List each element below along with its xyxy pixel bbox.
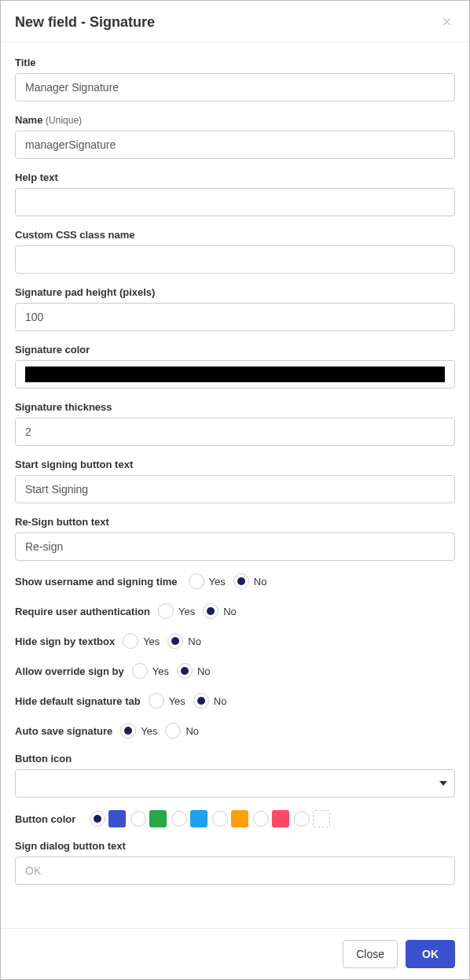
radio-icon <box>158 603 174 619</box>
hide-default-tab-row: Hide default signature tab Yes No <box>15 693 455 709</box>
color-swatch-white <box>313 810 330 827</box>
radio-icon <box>193 693 209 709</box>
help-text-input[interactable] <box>15 188 455 216</box>
color-swatch-red <box>272 810 289 827</box>
require-auth-label: Require user authentication <box>15 606 150 617</box>
help-text-label: Help text <box>15 171 455 183</box>
dialog-btn-input[interactable] <box>15 857 455 885</box>
radio-icon <box>165 723 181 739</box>
button-color-green[interactable] <box>130 810 167 827</box>
require-auth-row: Require user authentication Yes No <box>15 603 455 619</box>
ok-button[interactable]: OK <box>406 940 455 968</box>
title-label: Title <box>15 57 455 68</box>
radio-icon <box>294 811 310 827</box>
button-icon-label: Button icon <box>15 753 455 764</box>
sig-color-label: Signature color <box>15 344 455 356</box>
allow-override-label: Allow override sign by <box>15 665 124 677</box>
new-field-dialog: New field - Signature × Title Name (Uniq… <box>0 0 470 980</box>
dialog-body: Title Name (Unique) Help text Custom CSS… <box>1 42 469 928</box>
button-icon-select[interactable] <box>15 769 455 798</box>
pad-height-label: Signature pad height (pixels) <box>15 286 455 298</box>
radio-icon <box>171 811 187 827</box>
radio-icon <box>203 603 218 619</box>
start-btn-input[interactable] <box>15 475 455 503</box>
hide-default-tab-yes[interactable]: Yes <box>149 693 185 709</box>
button-color-row: Button color <box>15 810 455 827</box>
hide-default-tab-no[interactable]: No <box>193 693 227 709</box>
sig-thickness-label: Signature thickness <box>15 401 455 413</box>
dialog-btn-label: Sign dialog button text <box>15 840 455 852</box>
button-color-default[interactable] <box>90 810 126 827</box>
resign-btn-label: Re-Sign button text <box>15 516 455 528</box>
show-user-no[interactable]: No <box>233 573 267 589</box>
css-class-input[interactable] <box>15 245 455 274</box>
radio-icon <box>167 633 183 649</box>
dialog-header: New field - Signature × <box>1 1 469 42</box>
allow-override-row: Allow override sign by Yes No <box>15 663 455 679</box>
radio-icon <box>177 663 193 679</box>
radio-icon <box>253 811 269 827</box>
color-swatch-default <box>108 810 126 827</box>
hide-signby-no[interactable]: No <box>167 633 201 649</box>
auto-save-row: Auto save signature Yes No <box>15 723 455 739</box>
resign-btn-input[interactable] <box>15 532 455 561</box>
button-color-label: Button color <box>15 813 75 825</box>
require-auth-no[interactable]: No <box>203 603 237 619</box>
allow-override-no[interactable]: No <box>177 663 211 679</box>
button-color-orange[interactable] <box>212 810 248 827</box>
show-user-label: Show username and signing time <box>15 576 178 588</box>
button-color-white[interactable] <box>294 810 330 827</box>
show-user-yes[interactable]: Yes <box>189 573 226 589</box>
close-button[interactable]: Close <box>343 940 398 968</box>
radio-icon <box>212 811 228 827</box>
hide-signby-yes[interactable]: Yes <box>123 633 160 649</box>
auto-save-label: Auto save signature <box>15 725 112 737</box>
hide-default-tab-label: Hide default signature tab <box>15 695 141 707</box>
sig-color-swatch[interactable] <box>25 367 445 382</box>
dialog-footer: Close OK <box>1 928 469 979</box>
allow-override-yes[interactable]: Yes <box>132 663 169 679</box>
radio-icon <box>130 811 146 827</box>
hide-signby-label: Hide sign by textbox <box>15 636 115 647</box>
sig-color-picker[interactable] <box>15 360 455 389</box>
radio-icon <box>120 723 136 739</box>
dialog-title: New field - Signature <box>15 14 155 31</box>
pad-height-input[interactable] <box>15 303 455 331</box>
auto-save-no[interactable]: No <box>165 723 199 739</box>
radio-icon <box>132 663 148 679</box>
hide-signby-row: Hide sign by textbox Yes No <box>15 633 455 649</box>
css-class-label: Custom CSS class name <box>15 229 455 241</box>
color-swatch-blue <box>190 810 207 827</box>
sig-thickness-input[interactable] <box>15 418 455 446</box>
radio-icon <box>149 693 164 709</box>
title-input[interactable] <box>15 73 455 101</box>
show-user-row: Show username and signing time Yes No <box>15 573 455 589</box>
button-color-blue[interactable] <box>171 810 207 827</box>
color-swatch-orange <box>231 810 248 827</box>
auto-save-yes[interactable]: Yes <box>120 723 157 739</box>
require-auth-yes[interactable]: Yes <box>158 603 195 619</box>
close-icon[interactable]: × <box>439 13 455 31</box>
start-btn-label: Start signing button text <box>15 459 455 470</box>
name-input[interactable] <box>15 131 455 159</box>
radio-icon <box>189 573 204 589</box>
button-color-red[interactable] <box>253 810 289 827</box>
color-swatch-green <box>149 810 167 827</box>
name-label: Name (Unique) <box>15 114 455 126</box>
radio-icon <box>123 633 138 649</box>
radio-icon <box>90 811 105 827</box>
radio-icon <box>233 573 249 589</box>
